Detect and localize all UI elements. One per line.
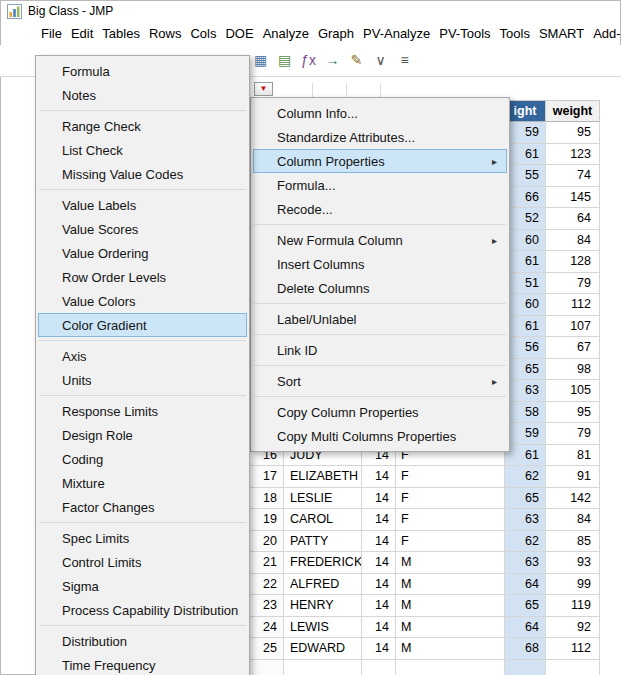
cell-height[interactable]: 56 xyxy=(505,337,546,359)
cell-weight[interactable]: 95 xyxy=(546,402,600,424)
menubar-item-edit[interactable]: Edit xyxy=(70,24,94,43)
cell-row-number[interactable]: 24 xyxy=(250,617,284,639)
menubar-item-graph[interactable]: Graph xyxy=(317,24,355,43)
menu-item-mixture[interactable]: Mixture xyxy=(38,471,247,495)
menu-item-label-unlabel[interactable]: Label/Unlabel xyxy=(253,307,507,331)
column-red-triangle-button[interactable]: ▼ xyxy=(254,82,273,96)
cell-weight[interactable]: 99 xyxy=(546,574,600,596)
cell-sex[interactable]: F xyxy=(396,509,505,531)
menu-item-value-ordering[interactable]: Value Ordering xyxy=(38,241,247,265)
menubar-item-smart[interactable]: SMART xyxy=(538,24,585,43)
cell-weight[interactable]: 112 xyxy=(546,294,600,316)
column-header-height[interactable]: ight xyxy=(505,101,546,122)
menu-item-link-id[interactable]: Link ID xyxy=(253,338,507,362)
cell-sex[interactable]: M xyxy=(396,595,505,617)
cell-weight[interactable]: 128 xyxy=(546,251,600,273)
menu-item-recode[interactable]: Recode... xyxy=(253,197,507,221)
menubar-item-cols[interactable]: Cols xyxy=(189,24,217,43)
menu-item-process-capability-distribution[interactable]: Process Capability Distribution xyxy=(38,598,247,622)
cell-weight[interactable]: 119 xyxy=(546,595,600,617)
cell-age[interactable]: 14 xyxy=(362,466,396,488)
cell-sex[interactable]: M xyxy=(396,574,505,596)
chart-icon[interactable]: ▤ xyxy=(276,51,293,69)
cell-sex[interactable]: F xyxy=(396,466,505,488)
menubar-item-rows[interactable]: Rows xyxy=(148,24,183,43)
menu-item-units[interactable]: Units xyxy=(38,368,247,392)
cell-height[interactable]: 59 xyxy=(505,423,546,445)
menu-item-design-role[interactable]: Design Role xyxy=(38,423,247,447)
menu-item-color-gradient[interactable]: Color Gradient xyxy=(38,313,247,337)
cell-height[interactable]: 65 xyxy=(505,595,546,617)
cell-weight[interactable]: 145 xyxy=(546,187,600,209)
cell-name[interactable]: ELIZABETH xyxy=(284,466,362,488)
cell-sex[interactable] xyxy=(396,660,505,675)
cell-height[interactable]: 58 xyxy=(505,402,546,424)
menubar-item-pv-analyze[interactable]: PV-Analyze xyxy=(362,24,431,43)
menu-item-range-check[interactable]: Range Check xyxy=(38,114,247,138)
run-script-icon[interactable]: → xyxy=(324,51,341,69)
cell-height[interactable]: 65 xyxy=(505,359,546,381)
cell-weight[interactable]: 93 xyxy=(546,552,600,574)
menu-item-copy-column-properties[interactable]: Copy Column Properties xyxy=(253,400,507,424)
cell-row-number[interactable]: 23 xyxy=(250,595,284,617)
cell-row-number[interactable] xyxy=(250,660,284,675)
cell-weight[interactable]: 84 xyxy=(546,230,600,252)
cell-name[interactable]: PATTY xyxy=(284,531,362,553)
chevron-down-icon[interactable]: ∨ xyxy=(372,51,389,69)
app-icon[interactable] xyxy=(7,4,22,19)
menu-item-axis[interactable]: Axis xyxy=(38,344,247,368)
cell-row-number[interactable]: 25 xyxy=(250,638,284,660)
menu-item-formula[interactable]: Formula... xyxy=(253,173,507,197)
menu-item-time-frequency[interactable]: Time Frequency xyxy=(38,653,247,675)
cell-weight[interactable]: 107 xyxy=(546,316,600,338)
menu-item-spec-limits[interactable]: Spec Limits xyxy=(38,526,247,550)
cell-sex[interactable]: M xyxy=(396,617,505,639)
cell-sex[interactable]: F xyxy=(396,488,505,510)
menu-item-row-order-levels[interactable]: Row Order Levels xyxy=(38,265,247,289)
cell-weight[interactable]: 105 xyxy=(546,380,600,402)
cell-height[interactable]: 65 xyxy=(505,488,546,510)
cell-height[interactable]: 64 xyxy=(505,617,546,639)
cell-height[interactable]: 61 xyxy=(505,251,546,273)
cell-weight[interactable] xyxy=(546,660,600,675)
menu-item-value-scores[interactable]: Value Scores xyxy=(38,217,247,241)
cell-weight[interactable]: 79 xyxy=(546,273,600,295)
cell-weight[interactable]: 91 xyxy=(546,466,600,488)
menu-item-notes[interactable]: Notes xyxy=(38,83,247,107)
cell-weight[interactable]: 64 xyxy=(546,208,600,230)
cell-height[interactable]: 51 xyxy=(505,273,546,295)
cell-sex[interactable]: M xyxy=(396,552,505,574)
cell-weight[interactable]: 79 xyxy=(546,423,600,445)
cell-row-number[interactable]: 17 xyxy=(250,466,284,488)
cell-height[interactable]: 61 xyxy=(505,445,546,467)
menu-item-distribution[interactable]: Distribution xyxy=(38,629,247,653)
menu-item-copy-multi-columns-properties[interactable]: Copy Multi Columns Properties xyxy=(253,424,507,448)
cell-weight[interactable]: 92 xyxy=(546,617,600,639)
cell-weight[interactable]: 123 xyxy=(546,144,600,166)
cell-height[interactable]: 52 xyxy=(505,208,546,230)
menu-item-column-info[interactable]: Column Info... xyxy=(253,101,507,125)
cell-name[interactable] xyxy=(284,660,362,675)
menubar-item-pv-tools[interactable]: PV-Tools xyxy=(438,24,491,43)
cell-height[interactable]: 62 xyxy=(505,531,546,553)
cell-height[interactable]: 61 xyxy=(505,144,546,166)
cell-name[interactable]: EDWARD xyxy=(284,638,362,660)
menu-item-formula[interactable]: Formula xyxy=(38,59,247,83)
cell-name[interactable]: FREDERICK xyxy=(284,552,362,574)
cell-height[interactable]: 59 xyxy=(505,122,546,144)
menubar-item-add[interactable]: Add- xyxy=(592,24,621,43)
cell-height[interactable]: 60 xyxy=(505,230,546,252)
cell-row-number[interactable]: 19 xyxy=(250,509,284,531)
cell-age[interactable]: 14 xyxy=(362,595,396,617)
cell-height[interactable]: 68 xyxy=(505,638,546,660)
menu-item-list-check[interactable]: List Check xyxy=(38,138,247,162)
cell-height[interactable] xyxy=(505,660,546,675)
cell-weight[interactable]: 81 xyxy=(546,445,600,467)
data-table-icon[interactable]: ▦ xyxy=(252,51,269,69)
toolbar-overflow-icon[interactable]: ≡ xyxy=(396,51,413,69)
cell-sex[interactable]: M xyxy=(396,638,505,660)
menubar-item-analyze[interactable]: Analyze xyxy=(262,24,310,43)
formula-icon[interactable]: ƒx xyxy=(300,51,317,69)
menu-item-insert-columns[interactable]: Insert Columns xyxy=(253,252,507,276)
cell-age[interactable] xyxy=(362,660,396,675)
